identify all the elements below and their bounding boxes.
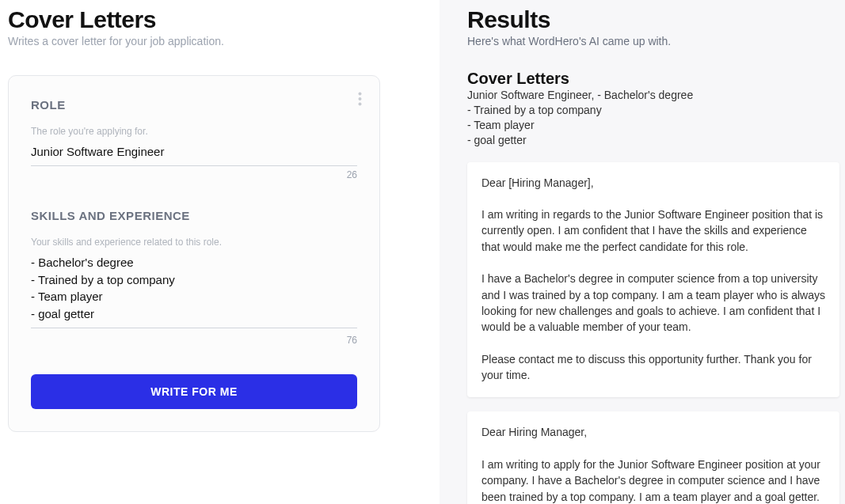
results-subtitle: Here's what WordHero's AI came up with. [467, 35, 837, 47]
page-title: Cover Letters [8, 6, 432, 33]
result-meta-line: - goal getter [467, 133, 837, 148]
more-options-button[interactable] [355, 89, 365, 109]
role-input[interactable] [31, 140, 357, 166]
svg-point-2 [359, 103, 362, 106]
svg-point-1 [359, 97, 362, 100]
skills-input[interactable] [31, 251, 357, 328]
role-field-block: ROLE The role you're applying for. 26 [31, 98, 357, 180]
result-text: Dear [Hiring Manager], I am writing in r… [481, 175, 825, 384]
result-meta-line: - Trained by a top company [467, 103, 837, 118]
page-subtitle: Writes a cover letter for your job appli… [8, 35, 432, 47]
result-meta-heading: Cover Letters [467, 70, 837, 88]
result-card[interactable]: Dear [Hiring Manager], I am writing in r… [467, 162, 839, 398]
role-char-count: 26 [31, 169, 357, 180]
result-meta-line: - Team player [467, 118, 837, 133]
result-text: Dear Hiring Manager, I am writing to app… [481, 424, 825, 504]
result-meta-line: Junior Software Engineer, - Bachelor's d… [467, 88, 837, 103]
role-label: ROLE [31, 98, 357, 112]
results-panel: Results Here's what WordHero's AI came u… [440, 0, 845, 504]
result-card[interactable]: Dear Hiring Manager, I am writing to app… [467, 411, 839, 504]
result-meta: Cover Letters Junior Software Engineer, … [467, 70, 837, 148]
skills-char-count: 76 [31, 335, 357, 346]
role-hint: The role you're applying for. [31, 126, 357, 137]
input-panel: Cover Letters Writes a cover letter for … [0, 0, 440, 504]
svg-point-0 [359, 93, 362, 96]
skills-field-block: SKILLS AND EXPERIENCE Your skills and ex… [31, 209, 357, 346]
form-card: ROLE The role you're applying for. 26 SK… [8, 75, 380, 432]
skills-hint: Your skills and experience related to th… [31, 237, 357, 248]
results-title: Results [467, 6, 837, 33]
write-for-me-button[interactable]: WRITE FOR ME [31, 374, 357, 409]
skills-label: SKILLS AND EXPERIENCE [31, 209, 357, 222]
